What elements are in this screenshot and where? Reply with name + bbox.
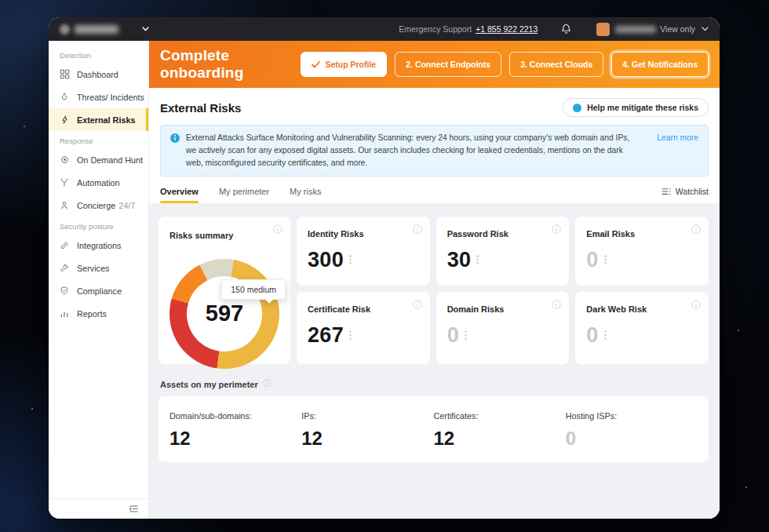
chevron-down-icon[interactable] [142,27,149,31]
asset-label: Domain/sub-domains: [169,411,301,421]
sidebar-item-threats-incidents[interactable]: Threats/ Incidents [49,86,148,108]
user-role-label: View only [660,24,695,34]
sidebar-item-integrations[interactable]: Integrations [49,234,148,257]
check-icon [312,61,320,68]
workflow-branch-icon [59,177,70,188]
email-risks-card: Email Risks 0 [575,217,709,286]
password-risk-card: Password Risk 30 [436,217,570,286]
user-menu-chevron-icon[interactable] [702,27,709,31]
card-title: Password Risk [447,229,508,239]
sidebar-item-dashboard[interactable]: Dashboard [49,63,148,86]
info-icon[interactable] [273,224,282,234]
learn-more-link[interactable]: Learn more [657,133,698,142]
total-risks-value: 597 [206,301,243,326]
emergency-support-label: Emergency Support [399,24,472,34]
step-setup-profile-button[interactable]: Setup Profile [301,52,387,77]
sidebar-item-external-risks[interactable]: External Risks [49,108,148,131]
sidebar-item-label: Reports [77,309,107,319]
metric-value: 267 [308,323,344,348]
metric-value: 0 [586,323,598,348]
kebab-menu-icon[interactable] [349,255,352,264]
info-circle-icon [170,133,180,143]
section-label-response: Response [49,131,148,148]
domain-risks-card: Domain Risks 0 [436,292,570,364]
risks-donut-chart[interactable]: 597 150 medium [169,259,279,369]
risks-summary-title: Risks summary [169,231,233,240]
sidebar-item-services[interactable]: Services [49,257,148,279]
step-get-notifications-button[interactable]: 4. Get Notifications [611,52,709,77]
page-header: External Risks Help me mitigate these ri… [149,88,720,117]
asset-value: 0 [566,428,698,450]
risk-cards-grid: Risks summary 597 150 medium Identity Ri… [159,217,709,364]
sidebar-item-label: External Risks [77,115,135,125]
watchlist-label: Watchlist [676,187,709,196]
asset-certificates: Certificates: 12 [434,411,566,450]
help-mitigate-label: Help me mitigate these risks [587,103,698,112]
sidebar-item-concierge[interactable]: Concierge 24/7 [49,194,148,217]
watchlist-button[interactable]: Watchlist [661,187,709,203]
tab-my-perimeter[interactable]: My perimeter [219,187,269,203]
asset-label: IPs: [301,411,433,421]
sidebar-item-label: Integrations [77,241,121,250]
notifications-bell-icon[interactable] [561,24,571,35]
step-connect-endpoints-button[interactable]: 2. Connect Endpoints [395,52,501,77]
info-icon[interactable] [263,379,271,387]
metric-value-row: 0 [586,248,698,272]
sidebar-item-label: Automation [77,178,120,188]
sidebar-item-automation[interactable]: Automation [49,171,148,194]
metric-value-row: 0 [586,323,698,348]
collapse-sidebar-icon[interactable] [129,505,139,513]
asset-domains: Domain/sub-domains: 12 [169,411,301,450]
donut-tooltip: 150 medium [221,279,286,300]
card-title: Certificate Risk [308,304,370,314]
stars [0,0,2,2]
identity-risks-card: Identity Risks 300 [297,217,430,286]
metric-value-row: 267 [308,323,419,348]
info-icon[interactable] [691,224,701,234]
kebab-menu-icon[interactable] [604,255,607,264]
tab-my-risks[interactable]: My risks [290,187,321,203]
kebab-menu-icon[interactable] [604,330,607,340]
info-icon[interactable] [691,300,701,309]
assets-title: Assets on my perimeter [160,380,258,389]
asset-label: Certificates: [434,411,566,421]
onboarding-steps: Setup Profile 2. Connect Endpoints 3. Co… [301,52,709,77]
person-icon [59,200,70,211]
kebab-menu-icon[interactable] [476,255,479,264]
sidebar-item-compliance[interactable]: Compliance [49,279,148,302]
card-title: Identity Risks [308,229,364,239]
kebab-menu-icon[interactable] [349,330,352,340]
user-avatar[interactable] [596,23,610,36]
info-icon[interactable] [413,224,422,234]
info-icon[interactable] [552,300,561,309]
step-label: 4. Get Notifications [622,60,698,69]
kebab-menu-icon[interactable] [465,330,467,340]
scan-info-banner: External Attacks Surface Monitoring and … [160,125,709,177]
asset-label: Hosting ISPs: [566,411,698,421]
assistant-chat-icon [573,104,581,112]
watchlist-list-icon [661,188,671,195]
flame-icon [59,92,70,103]
step-connect-clouds-button[interactable]: 3. Connect Clouds [509,52,603,77]
sidebar-collapse-bar [49,498,148,519]
overview-content: Risks summary 597 150 medium Identity Ri… [149,203,720,519]
emergency-phone-link[interactable]: +1 855 922 2213 [476,24,538,34]
certificate-risk-card: Certificate Risk 267 [297,292,430,364]
company-name-redacted [75,25,118,34]
sidebar-item-reports[interactable]: Reports [49,302,148,325]
help-mitigate-button[interactable]: Help me mitigate these risks [563,98,709,117]
shield-check-icon [59,286,70,297]
sidebar-item-on-demand-hunt[interactable]: On Demand Hunt [49,148,148,171]
info-icon[interactable] [552,224,561,234]
step-label: Setup Profile [325,60,376,69]
bar-chart-icon [59,308,70,319]
target-icon [59,155,70,166]
app-window: Emergency Support +1 855 922 2213 View o… [49,17,720,519]
tab-overview[interactable]: Overview [160,187,199,203]
scan-info-text: External Attacks Surface Monitoring and … [186,132,640,169]
info-icon[interactable] [413,300,422,309]
assets-card: Domain/sub-domains: 12 IPs: 12 Certifica… [159,396,709,462]
asset-value: 12 [434,428,566,450]
risks-summary-card: Risks summary 597 150 medium [159,217,290,364]
asset-hosting-isps: Hosting ISPs: 0 [566,411,698,450]
